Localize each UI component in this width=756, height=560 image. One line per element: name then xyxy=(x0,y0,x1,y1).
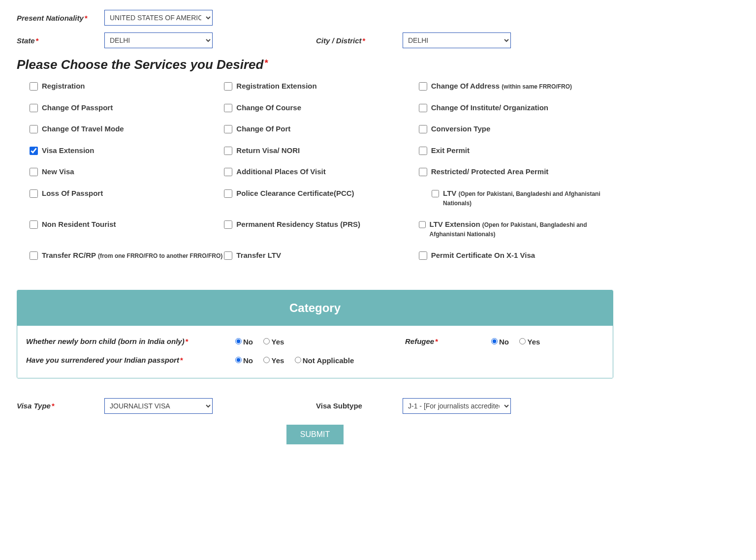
service-checkbox[interactable] xyxy=(224,168,232,176)
service-item: Restricted/ Protected Area Permit xyxy=(419,167,613,177)
service-item: Transfer LTV xyxy=(224,250,418,260)
nationality-label: Present Nationality xyxy=(17,14,84,22)
state-select[interactable]: DELHI xyxy=(104,32,213,48)
service-checkbox[interactable] xyxy=(224,220,232,229)
service-checkbox[interactable] xyxy=(224,147,232,155)
service-label: Permit Certificate On X-1 Visa xyxy=(431,250,535,260)
service-checkbox[interactable] xyxy=(432,189,439,198)
opt-yes-text: Yes xyxy=(271,338,284,346)
service-item: Change Of Travel Mode xyxy=(30,124,224,134)
service-checkbox[interactable] xyxy=(30,168,38,176)
surrender-yes-radio[interactable] xyxy=(263,357,270,363)
service-checkbox[interactable] xyxy=(30,251,38,260)
service-checkbox[interactable] xyxy=(224,82,232,91)
service-item: LTV (Open for Pakistani, Bangladeshi and… xyxy=(419,188,613,208)
service-item: Visa Extension xyxy=(30,146,224,156)
service-checkbox[interactable] xyxy=(30,82,38,91)
service-item: Loss Of Passport xyxy=(30,188,224,208)
refugee-yes-radio[interactable] xyxy=(519,338,526,344)
opt-no-text: No xyxy=(243,356,253,365)
opt-no-text: No xyxy=(499,338,509,346)
service-checkbox[interactable] xyxy=(224,125,232,133)
nationality-select[interactable]: UNITED STATES OF AMERICA xyxy=(104,10,213,26)
visa-type-select[interactable]: JOURNALIST VISA xyxy=(104,398,213,414)
service-checkbox[interactable] xyxy=(30,104,38,112)
opt-na-text: Not Applicable xyxy=(303,356,354,365)
service-item: Conversion Type xyxy=(419,124,613,134)
service-checkbox[interactable] xyxy=(419,82,427,91)
service-item: Additional Places Of Visit xyxy=(224,167,418,177)
required-marker: * xyxy=(36,36,39,45)
service-label: Conversion Type xyxy=(431,124,491,134)
service-label: Police Clearance Certificate(PCC) xyxy=(236,188,354,198)
opt-no-text: No xyxy=(243,338,253,346)
service-label: Transfer LTV xyxy=(236,250,281,260)
service-label: New Visa xyxy=(42,167,74,177)
required-marker: * xyxy=(85,14,88,22)
service-checkbox[interactable] xyxy=(224,251,232,260)
required-marker: * xyxy=(52,402,55,410)
service-label: Return Visa/ NORI xyxy=(236,146,300,156)
visa-subtype-select[interactable]: J-1 - [For journalists accredited] xyxy=(403,398,511,414)
service-checkbox[interactable] xyxy=(419,104,427,112)
opt-yes-text: Yes xyxy=(271,356,284,365)
required-marker: * xyxy=(435,337,438,345)
service-item: Change Of Passport xyxy=(30,103,224,113)
service-label: Additional Places Of Visit xyxy=(236,167,325,177)
service-label: Visa Extension xyxy=(42,146,94,156)
refugee-radio-group: No Yes xyxy=(489,337,546,346)
service-sublabel: (Open for Pakistani, Bangladeshi and Afg… xyxy=(443,190,600,207)
category-header: Category xyxy=(17,290,613,326)
service-item: Non Resident Tourist xyxy=(30,219,224,239)
surrender-no-radio[interactable] xyxy=(235,357,242,363)
service-item: Transfer RC/RP (from one FRRO/FRO to ano… xyxy=(30,250,224,260)
service-item: Permanent Residency Status (PRS) xyxy=(224,219,418,239)
service-checkbox[interactable] xyxy=(224,189,232,198)
state-label: State xyxy=(17,36,35,45)
service-item: Registration Extension xyxy=(224,81,418,91)
service-label: Change Of Travel Mode xyxy=(42,124,124,134)
surrender-radio-group: No Yes Not Applicable xyxy=(233,355,604,365)
visa-subtype-label: Visa Subtype xyxy=(316,402,403,410)
refugee-label: Refugee xyxy=(405,337,434,345)
newborn-radio-group: No Yes xyxy=(233,337,405,346)
service-item: Exit Permit xyxy=(419,146,613,156)
service-item: Change Of Port xyxy=(224,124,418,134)
service-checkbox[interactable] xyxy=(30,125,38,133)
submit-button[interactable]: SUBMIT xyxy=(286,425,344,444)
service-item: LTV Extension (Open for Pakistani, Bangl… xyxy=(419,219,613,239)
service-item: New Visa xyxy=(30,167,224,177)
surrender-na-radio[interactable] xyxy=(295,357,301,363)
services-title-text: Please Choose the Services you Desired xyxy=(17,57,263,72)
city-label: City / District xyxy=(316,36,362,45)
service-checkbox[interactable] xyxy=(419,220,426,229)
service-sublabel: (from one FRRO/FRO to another FRRO/FRO) xyxy=(98,252,222,259)
service-checkbox[interactable] xyxy=(419,125,427,133)
service-checkbox[interactable] xyxy=(419,168,427,176)
surrender-label: Have you surrendered your Indian passpor… xyxy=(26,356,179,364)
service-item: Permit Certificate On X-1 Visa xyxy=(419,250,613,260)
services-title: Please Choose the Services you Desired* xyxy=(17,57,613,72)
required-marker: * xyxy=(186,337,189,345)
refugee-no-radio[interactable] xyxy=(491,338,498,344)
service-checkbox[interactable] xyxy=(419,251,427,260)
service-item: Police Clearance Certificate(PCC) xyxy=(224,188,418,208)
service-sublabel: (within same FRRO/FRO) xyxy=(502,83,572,90)
service-label: Change Of Course xyxy=(236,103,301,113)
city-select[interactable]: DELHI xyxy=(403,32,511,48)
service-item: Change Of Address (within same FRRO/FRO) xyxy=(419,81,613,91)
service-label: Change Of Address (within same FRRO/FRO) xyxy=(431,81,572,91)
service-label: Permanent Residency Status (PRS) xyxy=(236,219,360,229)
service-label: Restricted/ Protected Area Permit xyxy=(431,167,549,177)
service-checkbox[interactable] xyxy=(30,220,38,229)
service-checkbox[interactable] xyxy=(30,189,38,198)
newborn-yes-radio[interactable] xyxy=(263,338,270,344)
service-item: Registration xyxy=(30,81,224,91)
service-label: Change Of Institute/ Organization xyxy=(431,103,548,113)
newborn-no-radio[interactable] xyxy=(235,338,242,344)
service-label: Loss Of Passport xyxy=(42,188,103,198)
service-checkbox[interactable] xyxy=(30,147,38,155)
service-checkbox[interactable] xyxy=(419,147,427,155)
service-checkbox[interactable] xyxy=(224,104,232,112)
required-marker: * xyxy=(264,58,268,68)
